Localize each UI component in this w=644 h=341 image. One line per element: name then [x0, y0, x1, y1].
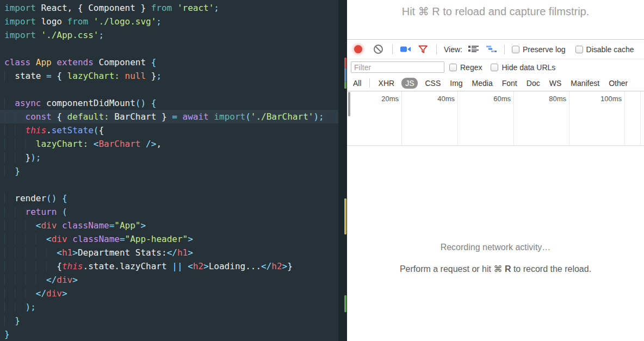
disable-cache-checkbox[interactable]: [575, 46, 583, 53]
editor-scrollbar[interactable]: [338, 0, 347, 341]
filmstrip-pane: Hit ⌘ R to reload and capture filmstrip.: [347, 0, 644, 40]
timeline-scroll-thumb[interactable]: [348, 92, 350, 116]
filter-tab-other[interactable]: Other: [609, 79, 628, 88]
timeline-tick-label: 20ms: [363, 95, 399, 103]
code-line: [0, 42, 347, 55]
code-line: [0, 83, 347, 96]
code-line: state = { lazyChart: null };: [0, 69, 347, 83]
network-toolbar: View: Preserve log Disable cache: [347, 40, 644, 59]
scrollbar-marker: [344, 199, 346, 234]
code-line: const { default: BarChart } = await impo…: [0, 110, 347, 123]
code-line: }: [0, 314, 347, 327]
hint-prefix: Perform a request or hit: [400, 264, 494, 274]
code-editor[interactable]: import React, { Component } from 'react'…: [0, 0, 347, 341]
filter-tab-ws[interactable]: WS: [549, 79, 562, 88]
preserve-log-checkbox[interactable]: [512, 46, 519, 53]
separator: [504, 45, 505, 54]
code-line: </div>: [0, 287, 347, 300]
recording-hint-text: Perform a request or hit ⌘ R to record t…: [347, 264, 644, 274]
network-overview-timeline[interactable]: 20ms40ms60ms80ms100ms: [347, 91, 644, 146]
cmd-symbol: ⌘: [493, 264, 504, 274]
scrollbar-marker: [344, 82, 346, 89]
code-line: );: [0, 300, 347, 314]
scrollbar-marker: [344, 68, 346, 82]
code-lines: import React, { Component } from 'react'…: [0, 1, 347, 341]
resource-type-tabs: AllXHRJSCSSImgMediaFontDocWSManifestOthe…: [347, 75, 644, 91]
code-line: async componentDidMount() {: [0, 96, 347, 110]
filter-tab-media[interactable]: Media: [472, 79, 493, 88]
filmstrip-camera-icon[interactable]: [400, 46, 411, 53]
scrollbar-marker: [344, 58, 346, 68]
scrollbar-marker: [344, 295, 346, 312]
recording-status-text: Recording network activity…: [347, 243, 644, 252]
timeline-gridline: [569, 91, 569, 145]
timeline-tick-label: 40ms: [419, 95, 455, 103]
regex-label: Regex: [460, 63, 482, 72]
code-line: <div className="App">: [0, 219, 347, 232]
devtools-network-panel: Hit ⌘ R to reload and capture filmstrip.…: [347, 0, 644, 341]
separator: [392, 45, 393, 54]
hint-key: R: [505, 264, 511, 274]
hide-data-urls-label: Hide data URLs: [501, 63, 555, 72]
filter-tab-xhr[interactable]: XHR: [379, 79, 395, 88]
timeline-gridline: [457, 91, 458, 145]
code-line: lazyChart: <BarChart />,: [0, 137, 347, 151]
code-line: }: [0, 327, 347, 341]
filter-tab-doc[interactable]: Doc: [527, 79, 540, 88]
timeline-gridline: [640, 91, 641, 145]
code-line: return (: [0, 205, 347, 219]
code-line: });: [0, 151, 347, 164]
code-line: import React, { Component } from 'react'…: [0, 1, 347, 15]
record-button[interactable]: [354, 45, 362, 53]
timeline-tick-label: 60ms: [475, 95, 511, 103]
timeline-gridline: [624, 91, 625, 145]
code-line: import logo from './logo.svg';: [0, 15, 347, 28]
clear-icon[interactable]: [374, 45, 383, 54]
filter-tab-manifest[interactable]: Manifest: [571, 79, 599, 88]
filter-tab-img[interactable]: Img: [450, 79, 462, 88]
filmstrip-hint-text: Hit ⌘ R to reload and capture filmstrip.: [402, 5, 590, 18]
timeline-tick-label: 100ms: [586, 95, 622, 103]
code-line: </div>: [0, 273, 347, 287]
view-label: View:: [444, 45, 462, 54]
timeline-gridline: [513, 91, 514, 145]
filter-input[interactable]: [351, 61, 444, 73]
timeline-gridline: [401, 91, 402, 145]
code-line: <h1>Department Stats:</h1>: [0, 246, 347, 259]
disable-cache-label: Disable cache: [586, 45, 634, 54]
timeline-tick-label: 80ms: [530, 95, 566, 103]
hide-data-urls-checkbox[interactable]: [491, 64, 498, 71]
regex-checkbox[interactable]: [449, 64, 457, 71]
code-line: [0, 178, 347, 191]
code-line: this.setState({: [0, 123, 347, 137]
code-line: }: [0, 164, 347, 178]
preserve-log-label: Preserve log: [523, 45, 566, 54]
hint-suffix: to record the reload.: [511, 264, 591, 274]
filter-tab-css[interactable]: CSS: [425, 79, 441, 88]
overview-waterfall-icon[interactable]: [486, 46, 497, 53]
code-line: class App extends Component {: [0, 55, 347, 69]
filter-tab-js[interactable]: JS: [401, 78, 418, 89]
filter-funnel-icon[interactable]: [418, 45, 428, 54]
code-line: render() {: [0, 191, 347, 205]
code-line: import './App.css';: [0, 28, 347, 42]
network-filter-bar: Regex Hide data URLs: [347, 59, 644, 75]
filter-tab-all[interactable]: All: [353, 79, 362, 88]
filter-tab-font[interactable]: Font: [502, 79, 517, 88]
code-line: <div className="App-header">: [0, 232, 347, 246]
code-line: {this.state.lazyChart || <h2>Loading...<…: [0, 259, 347, 273]
separator: [436, 45, 437, 54]
separator: [369, 78, 370, 88]
request-rows-view-icon[interactable]: [468, 46, 479, 53]
